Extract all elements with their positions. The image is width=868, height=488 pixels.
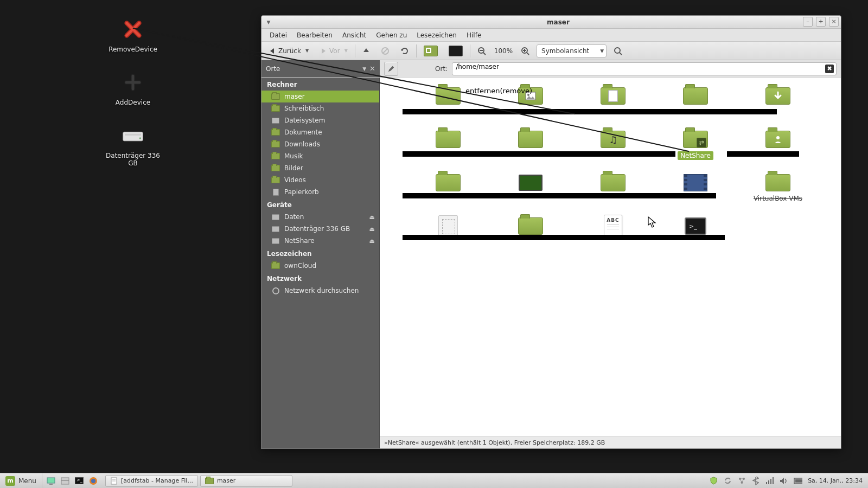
item-label: VirtualBox VMs <box>754 195 802 202</box>
folder-item-desktop[interactable] <box>493 171 569 214</box>
zoom-in-button[interactable] <box>517 44 533 57</box>
folder-item[interactable] <box>575 171 651 214</box>
taskbar: m Menu >_ [addfstab - Manage Fil... mase… <box>0 473 868 488</box>
forward-button[interactable]: Vor ▼ <box>316 45 352 57</box>
folder-item-documents[interactable] <box>575 84 651 127</box>
sidebar-item-home[interactable]: maser <box>261 91 379 102</box>
separator <box>355 44 355 57</box>
svg-point-22 <box>91 479 95 483</box>
desktop-icon-remove-device[interactable]: RemoveDevice <box>100 16 165 53</box>
sidebar-item-music[interactable]: Musik <box>261 150 379 162</box>
sidebar-item-downloads[interactable]: Downloads <box>261 138 379 150</box>
computer-button[interactable] <box>445 43 467 59</box>
zoom-out-button[interactable] <box>474 44 490 57</box>
sidebar-item-pictures[interactable]: Bilder <box>261 162 379 174</box>
folder-item-virtualbox[interactable]: VirtualBox VMs <box>740 171 816 214</box>
svg-point-16 <box>776 136 780 139</box>
sync-icon[interactable] <box>723 477 732 485</box>
menu-view[interactable]: Ansicht <box>337 30 371 41</box>
home-button[interactable] <box>420 43 442 59</box>
folder-item-public[interactable] <box>740 127 816 171</box>
folder-item[interactable] <box>658 84 733 127</box>
desktop-icon-drive[interactable]: Datenträger 336 GB <box>100 123 165 167</box>
desktop-icon-add-device[interactable]: AddDevice <box>100 69 165 106</box>
location-input[interactable]: /home/maser ✖ <box>452 62 837 75</box>
folder-icon <box>271 164 280 172</box>
trash-icon <box>271 188 280 196</box>
sidebar-item-desktop[interactable]: Schreibtisch <box>261 102 379 114</box>
toggle-path-entry-button[interactable] <box>384 62 398 76</box>
bluetooth-icon[interactable] <box>751 477 760 485</box>
reload-button[interactable] <box>397 44 413 57</box>
file-manager-launcher[interactable] <box>59 475 72 487</box>
task-gedit[interactable]: [addfstab - Manage Fil... <box>105 475 198 487</box>
zoom-in-icon <box>521 47 529 55</box>
wifi-signal-icon[interactable] <box>765 477 774 485</box>
firefox-launcher[interactable] <box>87 475 100 487</box>
search-button[interactable] <box>610 44 626 57</box>
window-menu-icon[interactable]: ▼ <box>261 16 276 28</box>
titlebar[interactable]: ▼ maser – + × <box>261 16 841 29</box>
svg-line-9 <box>527 53 529 55</box>
menu-help[interactable]: Hilfe <box>462 30 486 41</box>
svg-line-6 <box>483 53 486 55</box>
sidebar-item-browse-network[interactable]: Netzwerk durchsuchen <box>261 285 379 297</box>
eject-icon[interactable]: ⏏ <box>369 214 375 221</box>
desktop-icon-label: Datenträger 336 GB <box>100 152 165 167</box>
svg-rect-30 <box>768 480 769 484</box>
up-button[interactable] <box>359 45 374 57</box>
sidebar-item-daten[interactable]: Daten⏏ <box>261 211 379 223</box>
folder-item[interactable] <box>493 127 569 171</box>
folder-item-netshare[interactable]: ⇄NetShare <box>658 127 733 171</box>
show-desktop-button[interactable] <box>44 475 58 487</box>
location-path: /home/maser <box>456 63 499 70</box>
eject-icon[interactable]: ⏏ <box>369 226 375 233</box>
sidebar-item-netshare[interactable]: NetShare⏏ <box>261 235 379 247</box>
drive-icon <box>271 237 280 245</box>
sidebar-item-label: Downloads <box>284 140 320 148</box>
side-pane-close[interactable]: ✕ <box>369 65 375 73</box>
sidebar: Rechner maser Schreibtisch Dateisystem D… <box>261 78 380 448</box>
stop-button[interactable] <box>377 44 393 57</box>
menu-go[interactable]: Gehen zu <box>371 30 412 41</box>
sidebar-item-filesystem[interactable]: Dateisystem <box>261 114 379 126</box>
folder-item-downloads[interactable] <box>740 84 816 127</box>
sidebar-item-drive336[interactable]: Datenträger 336 GB⏏ <box>261 223 379 235</box>
folder-icon <box>683 86 708 106</box>
side-pane-switcher[interactable]: ▼ <box>362 66 366 72</box>
sidebar-heading-bookmarks: Lesezeichen <box>261 247 379 260</box>
sidebar-item-owncloud[interactable]: ownCloud <box>261 260 379 272</box>
terminal-launcher[interactable]: >_ <box>73 475 86 487</box>
sidebar-item-videos[interactable]: Videos <box>261 174 379 186</box>
view-mode-dropdown[interactable]: Symbolansicht ▼ <box>537 44 607 57</box>
network-manager-icon[interactable] <box>737 477 746 485</box>
maximize-button[interactable]: + <box>816 17 826 27</box>
folder-item[interactable] <box>410 171 486 214</box>
menu-edit[interactable]: Bearbeiten <box>292 30 337 41</box>
folder-item-videos[interactable] <box>658 171 733 214</box>
clear-location-button[interactable]: ✖ <box>825 65 834 73</box>
menu-bookmarks[interactable]: Lesezeichen <box>412 30 462 41</box>
sidebar-item-documents[interactable]: Dokumente <box>261 126 379 138</box>
battery-icon[interactable] <box>794 477 802 485</box>
sidebar-item-trash[interactable]: Papierkorb <box>261 186 379 198</box>
reload-icon <box>400 47 409 55</box>
drive-icon <box>271 225 280 233</box>
desktop-folder-icon <box>518 173 543 192</box>
back-history-dropdown[interactable]: ▼ <box>305 48 309 53</box>
close-button[interactable]: × <box>829 17 839 27</box>
folder-item[interactable] <box>410 127 486 171</box>
task-file-manager[interactable]: maser <box>200 475 292 487</box>
menu-file[interactable]: Datei <box>265 30 292 41</box>
home-icon <box>424 46 438 56</box>
add-device-icon <box>120 69 146 95</box>
sidebar-item-label: Bilder <box>284 164 303 172</box>
forward-history-dropdown[interactable]: ▼ <box>344 48 348 53</box>
clock[interactable]: Sa, 14. Jan., 23:34 <box>808 477 863 484</box>
shield-icon[interactable] <box>709 477 718 485</box>
minimize-button[interactable]: – <box>803 17 813 27</box>
start-menu-button[interactable]: m Menu <box>0 473 42 488</box>
eject-icon[interactable]: ⏏ <box>369 237 375 245</box>
volume-icon[interactable] <box>780 477 788 485</box>
menubar: Datei Bearbeiten Ansicht Gehen zu Leseze… <box>261 29 841 42</box>
